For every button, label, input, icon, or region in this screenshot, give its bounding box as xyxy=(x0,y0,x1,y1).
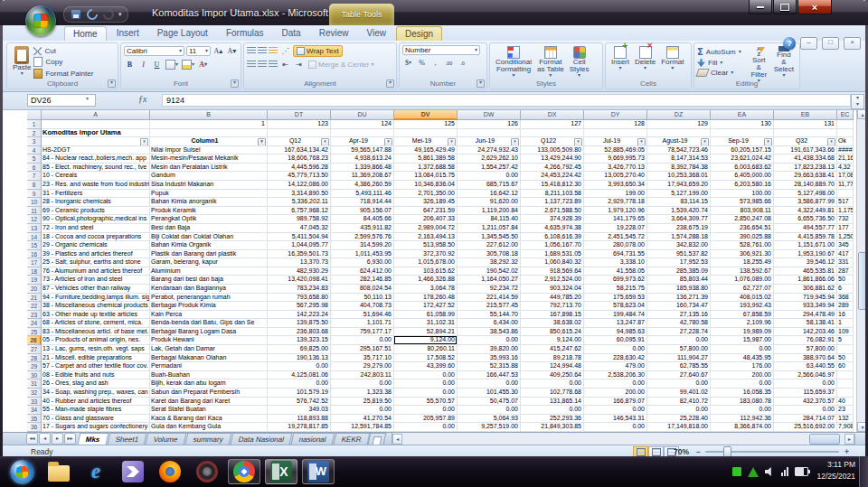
cell-B18[interactable]: Aluminium xyxy=(150,267,268,276)
cell-B17[interactable]: Garam, belerang, kapur xyxy=(150,258,268,267)
cell-DZ25[interactable]: 27,228.74 xyxy=(647,328,711,337)
tray-app-icon[interactable] xyxy=(732,467,741,476)
cell-EB2[interactable] xyxy=(774,129,837,138)
cell-DW26[interactable]: 0.00 xyxy=(458,336,521,345)
cell-A11[interactable]: 69 - Ceramic products xyxy=(42,207,150,216)
cell-EA10[interactable]: 573,985.66 xyxy=(711,198,774,207)
cell-DZ29[interactable]: 62,785.55 xyxy=(647,362,711,371)
cell-EB8[interactable]: 28,140,889.70 xyxy=(774,181,837,190)
start-taskbar-button[interactable] xyxy=(5,459,38,484)
cell-EA7[interactable]: 6,405,000.00 xyxy=(711,172,774,181)
cell-DX32[interactable]: 102,778.68 xyxy=(521,389,584,398)
cell-DY2[interactable] xyxy=(584,129,647,138)
cell-DY15[interactable]: 280,078.00 xyxy=(584,241,647,250)
cell-DV25[interactable]: 52,894.21 xyxy=(394,328,458,337)
cell-B24[interactable]: Benda-benda dari Batu, Gips dan Se xyxy=(150,319,268,328)
cell-B6[interactable]: Mesin dan Peralatan Listrik xyxy=(150,164,268,173)
cell-A6[interactable]: 85 - Elect. machinery, sound rec., tve xyxy=(42,164,150,173)
cell-EA27[interactable]: 0.00 xyxy=(711,345,774,354)
cell-DY17[interactable]: 3,338.10 xyxy=(584,258,647,267)
cell-EC5[interactable]: 21,160 xyxy=(837,155,854,164)
cell-DW6[interactable]: 1,554,257.42 xyxy=(458,164,521,173)
cell-EB26[interactable]: 76,082.91 xyxy=(774,336,837,345)
cell-DU13[interactable]: 435,911.82 xyxy=(331,224,394,233)
cell-DT33[interactable]: 576,742.52 xyxy=(268,398,331,407)
align-top-button[interactable] xyxy=(247,47,256,55)
align-left-button[interactable] xyxy=(247,61,256,69)
cell-EC22[interactable]: 289 xyxy=(837,302,854,311)
cell-DV32[interactable]: 0.00 xyxy=(394,389,458,398)
cell-DT21[interactable]: 793,658.80 xyxy=(268,294,331,303)
cell-DV21[interactable]: 178,260.48 xyxy=(394,294,458,303)
scroll-right-arrow[interactable]: ▸ xyxy=(844,434,854,445)
cell-B25[interactable]: Berbagai Barang Logam Dasa xyxy=(150,328,268,337)
cell-A28[interactable]: 21 - Miscell. edible preparations xyxy=(42,354,150,363)
cell-EA34[interactable]: 0.00 xyxy=(711,406,774,415)
filter-button[interactable]: ▾ xyxy=(701,138,709,146)
cell-DX10[interactable]: 1,137,723.89 xyxy=(521,198,584,207)
cell-DW3[interactable]: Jun-19▾ xyxy=(458,137,521,146)
row-header-28[interactable]: 28 xyxy=(27,354,42,363)
row-header-15[interactable]: 15 xyxy=(27,241,42,250)
cell-B29[interactable]: Permadani xyxy=(150,362,268,371)
cell-DU26[interactable]: 0.00 xyxy=(331,336,394,345)
cell-DY19[interactable]: 699,973.62 xyxy=(584,276,647,285)
cell-DX29[interactable]: 124,994.48 xyxy=(521,362,584,371)
word-taskbar-button[interactable]: W xyxy=(302,459,335,484)
cell-B7[interactable]: Gandum xyxy=(150,172,268,181)
cell-DX21[interactable]: 449,785.20 xyxy=(521,294,584,303)
cell-A14[interactable]: 18 - Cocoa and cocoa preparations xyxy=(42,233,150,242)
clipboard-dialog-launcher[interactable]: ▾ xyxy=(108,80,116,88)
name-box-caret-icon[interactable]: ▾ xyxy=(86,95,89,101)
cell-EB14[interactable]: 4,415,859.78 xyxy=(774,233,837,242)
filter-button[interactable]: ▾ xyxy=(258,138,266,146)
excel-taskbar-button[interactable]: X xyxy=(265,459,297,484)
nvidia-tray-icon[interactable] xyxy=(748,467,759,477)
cell-DY35[interactable]: 146,543.31 xyxy=(584,415,647,424)
cell-DW2[interactable] xyxy=(458,129,521,138)
cell-DW27[interactable]: 39,820.00 xyxy=(458,345,521,354)
cell-B33[interactable]: Karet dan Barang dari Karet xyxy=(150,398,268,407)
cell-DW13[interactable]: 1,211,057.84 xyxy=(458,224,521,233)
cell-DU18[interactable]: 624,412.00 xyxy=(331,267,394,276)
cell-DX26[interactable]: 9,124.00 xyxy=(521,336,584,345)
column-header-A[interactable]: A xyxy=(42,109,150,120)
cell-B35[interactable]: Kaca & Barang dari Kaca xyxy=(150,415,268,424)
font-color-button[interactable]: A▾ xyxy=(197,59,209,70)
comma-format-button[interactable]: , xyxy=(429,57,441,69)
cell-DT12[interactable]: 989,758.92 xyxy=(268,215,331,224)
cell-EC10[interactable]: 517 xyxy=(837,198,854,207)
row-header-36[interactable]: 36 xyxy=(27,423,42,432)
column-header-DW[interactable]: DW xyxy=(458,109,521,120)
cell-EB9[interactable]: 5,127,498.00 xyxy=(774,190,837,199)
cell-DU6[interactable]: 1,339,866.48 xyxy=(331,164,394,173)
cell-A10[interactable]: 28 - Inorganic chemicals xyxy=(42,198,150,207)
qat-customize-button[interactable]: ▾ xyxy=(118,11,122,18)
row-header-3[interactable]: 3 xyxy=(27,137,42,146)
cell-A16[interactable]: 39 - Plastics and articles thereof xyxy=(42,250,150,259)
cell-DZ13[interactable]: 238,675.19 xyxy=(647,224,711,233)
cell-B1[interactable]: 1 xyxy=(150,120,268,129)
cell-EC25[interactable]: 109 xyxy=(837,328,854,337)
cell-DW23[interactable]: 55,144.70 xyxy=(458,311,521,320)
cell-DY33[interactable]: 166,879.07 xyxy=(584,398,647,407)
cell-A36[interactable]: 17 - Sugars and sugars confectionery xyxy=(42,423,150,432)
cell-EC7[interactable]: 17,08 xyxy=(837,172,854,181)
cell-A30[interactable]: 08 - Edible fruits and nuts xyxy=(42,371,150,380)
cell-DU32[interactable]: 1,323.38 xyxy=(331,389,394,398)
cell-EC13[interactable]: 177 xyxy=(837,224,854,233)
next-sheet-button[interactable]: ▸ xyxy=(52,433,63,445)
cell-EC3[interactable]: Ok xyxy=(837,137,854,146)
cell-DX15[interactable]: 1,056,167.70 xyxy=(521,241,584,250)
cell-EA1[interactable]: 130 xyxy=(711,120,774,129)
tab-home[interactable]: Home xyxy=(64,26,107,41)
cell-B4[interactable]: Nilai Impor Sulsel xyxy=(150,146,268,155)
cell-B12[interactable]: Perangkat Optik xyxy=(150,215,268,224)
cell-EC8[interactable]: 11,773 xyxy=(837,181,854,190)
cell-EB13[interactable]: 494,557.77 xyxy=(774,224,837,233)
cell-DX1[interactable]: 127 xyxy=(521,120,584,129)
cell-DX16[interactable]: 1,689,531.05 xyxy=(521,250,584,259)
cell-A31[interactable]: 26 - Ores, slag and ash xyxy=(42,379,150,389)
cell-B2[interactable] xyxy=(150,129,268,138)
format-as-table-button[interactable]: Formatas Table▾ xyxy=(534,45,567,79)
